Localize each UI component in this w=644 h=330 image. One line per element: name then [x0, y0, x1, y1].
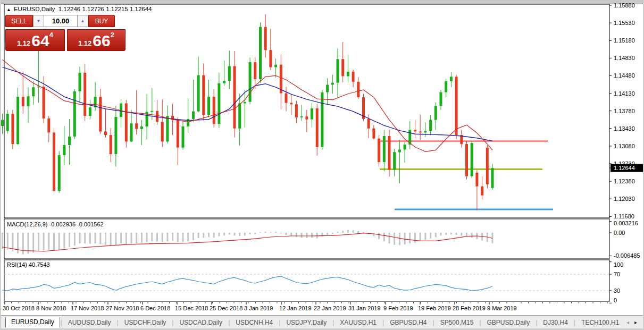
- svg-text:1.14480: 1.14480: [614, 72, 635, 79]
- chart-tab-usdjpy-daily[interactable]: USDJPY,Daily: [281, 317, 332, 328]
- svg-text:0.00: 0.00: [614, 230, 625, 236]
- svg-text:1.12030: 1.12030: [614, 196, 635, 202]
- tab-scroll-right-icon[interactable]: ▸: [632, 318, 640, 326]
- svg-text:19 Feb 2019: 19 Feb 2019: [418, 305, 451, 311]
- svg-text:8 Nov 2018: 8 Nov 2018: [36, 305, 66, 311]
- volume-decrease-button[interactable]: ▼: [33, 15, 44, 27]
- chart-tab-eurusd-daily[interactable]: EURUSD,Daily: [5, 317, 60, 328]
- chart-tab-usdcnh-h4[interactable]: USDCNH,H4: [230, 317, 278, 328]
- current-price-tag: 1.12644: [609, 164, 643, 172]
- symbol-ohlc-values: 1.12246 1.12726 1.12215 1.12644: [58, 6, 152, 12]
- chart-tab-gbpusd-h4[interactable]: GBPUSD,H4: [384, 317, 432, 328]
- sell-button[interactable]: SELL: [5, 15, 33, 27]
- svg-text:1.11680: 1.11680: [614, 213, 634, 219]
- svg-text:0: 0: [614, 297, 617, 303]
- date-axis: 30 Oct 20188 Nov 201817 Nov 201827 Nov 2…: [3, 302, 607, 311]
- tab-scroll-left-icon[interactable]: ◂: [624, 318, 632, 326]
- chart-tab-sp500-m15[interactable]: SP500,M15: [435, 317, 479, 328]
- price-axis: 1.158801.155301.151801.148301.144801.141…: [609, 2, 635, 219]
- one-click-trade-panel: SELL ▼ 10.00 ▲ BUY 1.12 64 4 1.12 66 2: [5, 15, 128, 51]
- svg-text:1.14830: 1.14830: [614, 55, 635, 61]
- chart-tabs: EURUSD,Daily|AUDUSD,Daily|USDCHF,Daily|U…: [5, 317, 624, 328]
- svg-text:1.13780: 1.13780: [614, 108, 635, 114]
- macd-indicator-label: MACD(12,26,9) -0.002936 -0.001562: [7, 221, 104, 227]
- chart-tab-audusd-daily[interactable]: AUDUSD,Daily: [63, 317, 116, 328]
- buy-price-button[interactable]: 1.12 66 2: [67, 29, 126, 51]
- chart-tab-xauusd-h1[interactable]: XAUUSD,H1: [334, 317, 382, 328]
- volume-increase-button[interactable]: ▲: [77, 15, 88, 27]
- svg-text:100: 100: [614, 261, 623, 268]
- svg-text:1.13080: 1.13080: [614, 143, 635, 149]
- chart-tab-usdchf-daily[interactable]: USDCHF,Daily: [119, 317, 172, 328]
- svg-text:1.12380: 1.12380: [614, 178, 635, 184]
- svg-text:30 Oct 2018: 30 Oct 2018: [3, 305, 35, 311]
- svg-text:27 Nov 2018: 27 Nov 2018: [106, 305, 139, 311]
- tab-scroll-arrows: ◂ ▸: [624, 318, 640, 326]
- svg-text:0.003216: 0.003216: [614, 220, 638, 226]
- buy-price-pip: 2: [111, 31, 114, 39]
- chart-tab-gbpusd-daily[interactable]: GBPUSD,Daily: [481, 317, 535, 328]
- sell-price-prefix: 1.12: [17, 39, 30, 47]
- svg-text:1.14130: 1.14130: [614, 90, 635, 97]
- volume-input[interactable]: 10.00: [44, 15, 77, 27]
- symbol-title: ▲EURUSD,Daily 1.12246 1.12726 1.12215 1.…: [6, 6, 152, 12]
- svg-text:31 Jan 2019: 31 Jan 2019: [348, 305, 381, 311]
- svg-text:22 Jan 2019: 22 Jan 2019: [314, 305, 346, 311]
- svg-text:28 Feb 2019: 28 Feb 2019: [453, 305, 486, 311]
- svg-text:1.15180: 1.15180: [614, 37, 635, 44]
- svg-text:9 Mar 2019: 9 Mar 2019: [487, 305, 517, 311]
- sell-price-button[interactable]: 1.12 64 4: [5, 29, 65, 51]
- svg-text:1.13430: 1.13430: [614, 125, 635, 132]
- sell-price-big: 64: [31, 33, 49, 49]
- chart-window: 1.158801.155301.151801.148301.144801.141…: [0, 0, 644, 330]
- svg-text:17 Nov 2018: 17 Nov 2018: [71, 305, 104, 311]
- svg-text:9 Feb 2019: 9 Feb 2019: [383, 305, 413, 311]
- svg-text:6 Dec 2018: 6 Dec 2018: [140, 305, 170, 311]
- svg-text:-0.006485: -0.006485: [614, 252, 640, 259]
- symbol-name: EURUSD,Daily: [14, 6, 55, 12]
- svg-text:3 Jan 2019: 3 Jan 2019: [244, 305, 273, 311]
- buy-price-prefix: 1.12: [78, 39, 91, 47]
- svg-text:1.15880: 1.15880: [614, 2, 635, 9]
- collapse-triangle-icon[interactable]: ▲: [6, 7, 11, 12]
- svg-text:70: 70: [614, 271, 620, 277]
- svg-text:15 Dec 2018: 15 Dec 2018: [175, 305, 208, 311]
- buy-price-big: 66: [93, 33, 110, 49]
- svg-text:12 Jan 2019: 12 Jan 2019: [279, 305, 312, 311]
- rsi-indicator-label: RSI(14) 40.7543: [7, 261, 50, 268]
- svg-text:1.15530: 1.15530: [614, 20, 635, 26]
- svg-text:25 Dec 2018: 25 Dec 2018: [210, 305, 242, 311]
- chart-tab-usdcad-daily[interactable]: USDCAD,Daily: [174, 317, 228, 328]
- sell-price-pip: 4: [49, 31, 53, 39]
- svg-text:30: 30: [614, 287, 620, 294]
- chart-tab-dj30-h4[interactable]: DJ30,H4: [538, 317, 573, 328]
- buy-button[interactable]: BUY: [88, 15, 115, 27]
- chart-tab-tech100-h1[interactable]: TECH100,H1: [576, 317, 624, 328]
- chart-tab-bar: EURUSD,Daily|AUDUSD,Daily|USDCHF,Daily|U…: [1, 315, 643, 329]
- svg-text:1.12644: 1.12644: [614, 165, 635, 171]
